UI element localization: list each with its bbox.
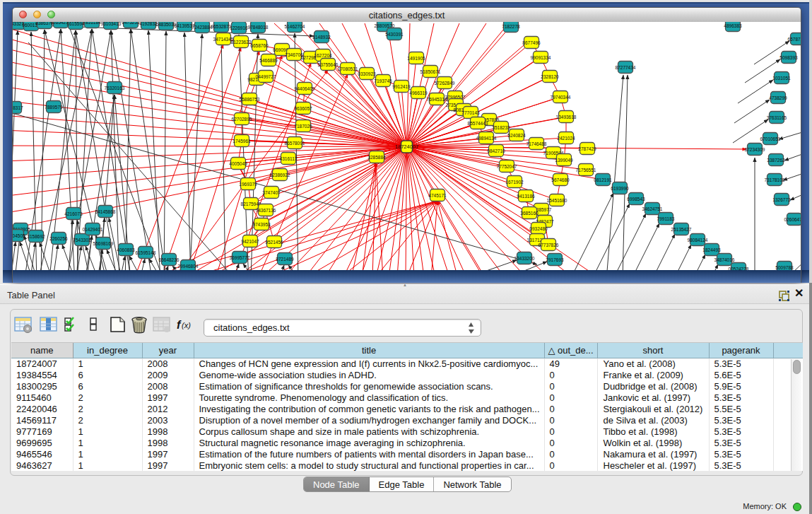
svg-text:87277434: 87277434 <box>616 65 636 70</box>
svg-text:02606474: 02606474 <box>784 217 801 222</box>
svg-text:51850671: 51850671 <box>420 69 441 74</box>
svg-text:55698169: 55698169 <box>93 241 114 246</box>
svg-text:1031051: 1031051 <box>772 76 791 81</box>
svg-text:6658760: 6658760 <box>250 43 269 48</box>
svg-text:6204505: 6204505 <box>13 233 25 238</box>
svg-text:8677496: 8677496 <box>522 40 541 45</box>
svg-text:57262849: 57262849 <box>435 81 455 86</box>
svg-text:13493618: 13493618 <box>556 115 577 119</box>
svg-text:1399049: 1399049 <box>555 158 573 163</box>
svg-text:1745961: 1745961 <box>233 139 251 144</box>
svg-text:f: f <box>177 319 182 331</box>
svg-text:36995777: 36995777 <box>230 255 250 260</box>
svg-text:67737826: 67737826 <box>539 243 559 247</box>
svg-text:72423884: 72423884 <box>192 25 213 30</box>
svg-text:7770143: 7770143 <box>461 110 480 115</box>
svg-text:2421024: 2421024 <box>557 136 575 141</box>
svg-text:1615594: 1615594 <box>66 22 85 26</box>
svg-text:74367136: 74367136 <box>256 208 276 213</box>
svg-text:65787133: 65787133 <box>788 37 801 42</box>
svg-text:53755646: 53755646 <box>318 62 339 67</box>
svg-text:1824493: 1824493 <box>702 247 721 252</box>
svg-text:5240824: 5240824 <box>507 133 526 138</box>
svg-text:7889579: 7889579 <box>45 105 63 110</box>
svg-text:7816184: 7816184 <box>83 22 101 25</box>
svg-text:94406409: 94406409 <box>295 86 315 91</box>
svg-text:25135427: 25135427 <box>671 227 692 232</box>
svg-text:6193990: 6193990 <box>611 186 629 191</box>
svg-text:3685160: 3685160 <box>520 211 539 216</box>
svg-text:3747407: 3747407 <box>262 190 281 195</box>
svg-text:2328120: 2328120 <box>541 74 559 79</box>
svg-text:1226916: 1226916 <box>230 25 248 30</box>
svg-text:18724007: 18724007 <box>395 144 418 150</box>
svg-text:4738299: 4738299 <box>769 95 787 100</box>
svg-text:1671902: 1671902 <box>505 180 524 185</box>
svg-text:1326773: 1326773 <box>772 197 791 202</box>
svg-text:97848018: 97848018 <box>248 25 269 30</box>
svg-text:1491905: 1491905 <box>407 56 425 61</box>
svg-text:7193745: 7193745 <box>374 78 392 83</box>
svg-text:87234309: 87234309 <box>745 147 765 152</box>
svg-text:6998543: 6998543 <box>627 197 645 201</box>
svg-text:96532871: 96532871 <box>211 24 232 29</box>
svg-text:3158692: 3158692 <box>27 234 45 239</box>
svg-text:7991183: 7991183 <box>657 216 675 221</box>
svg-text:9413186: 9413186 <box>517 194 535 199</box>
svg-text:73178108: 73178108 <box>765 177 785 182</box>
svg-text:4745171: 4745171 <box>428 193 447 198</box>
svg-text:85574443: 85574443 <box>468 121 488 126</box>
svg-text:76320163: 76320163 <box>105 86 125 90</box>
svg-text:29946804: 29946804 <box>178 264 199 269</box>
svg-text:9636057: 9636057 <box>294 106 312 111</box>
svg-text:93103413: 93103413 <box>101 22 122 26</box>
svg-text:3387262: 3387262 <box>767 158 785 163</box>
svg-text:98084124: 98084124 <box>688 238 708 243</box>
svg-text:4966319: 4966319 <box>409 90 428 95</box>
svg-text:(x): (x) <box>182 321 191 329</box>
svg-text:0842710: 0842710 <box>487 148 505 153</box>
svg-text:7182278: 7182278 <box>502 24 520 29</box>
svg-text:4060883: 4060883 <box>117 247 135 252</box>
svg-text:4316117: 4316117 <box>280 156 298 161</box>
svg-text:00524278: 00524278 <box>729 267 749 271</box>
svg-text:3518233: 3518233 <box>492 125 510 130</box>
svg-text:1969379: 1969379 <box>239 182 257 187</box>
svg-text:8148932: 8148932 <box>312 35 331 40</box>
svg-text:65648236: 65648236 <box>159 257 180 262</box>
svg-text:2260256: 2260256 <box>49 236 68 241</box>
svg-text:4896383: 4896383 <box>724 23 742 28</box>
svg-text:0812191: 0812191 <box>594 177 612 182</box>
svg-text:64835030: 64835030 <box>156 22 177 27</box>
svg-text:99091334: 99091334 <box>531 55 551 60</box>
svg-text:8721489: 8721489 <box>276 257 294 262</box>
svg-text:5098393: 5098393 <box>779 55 798 60</box>
svg-text:76945314: 76945314 <box>427 97 447 102</box>
svg-text:0932480: 0932480 <box>529 226 548 231</box>
svg-text:4192832: 4192832 <box>139 22 158 26</box>
svg-text:34624751: 34624751 <box>642 206 663 211</box>
svg-text:5674680: 5674680 <box>551 177 570 182</box>
svg-text:7543303: 7543303 <box>73 238 91 243</box>
svg-text:77752047: 77752047 <box>497 164 517 169</box>
svg-text:8708317: 8708317 <box>13 105 23 110</box>
svg-text:13433200: 13433200 <box>514 256 535 261</box>
svg-text:3285884: 3285884 <box>367 155 386 160</box>
svg-text:62386922: 62386922 <box>270 173 290 177</box>
svg-text:62702895: 62702895 <box>232 117 252 122</box>
svg-text:55886753: 55886753 <box>240 97 260 102</box>
svg-text:0330923: 0330923 <box>358 71 376 76</box>
svg-text:04499727: 04499727 <box>256 74 276 79</box>
svg-text:71746488: 71746488 <box>526 141 547 146</box>
svg-text:6475255: 6475255 <box>122 22 140 25</box>
svg-text:5009788: 5009788 <box>775 265 794 270</box>
svg-text:86578091: 86578091 <box>285 141 305 146</box>
svg-text:5430391: 5430391 <box>385 32 404 37</box>
svg-text:37631165: 37631165 <box>767 115 787 120</box>
svg-text:49894134: 49894134 <box>476 136 497 141</box>
svg-text:7917693: 7917693 <box>546 257 564 262</box>
svg-text:4216073: 4216073 <box>64 211 83 216</box>
svg-text:71756551: 71756551 <box>576 168 596 173</box>
svg-text:9421047: 9421047 <box>241 239 259 244</box>
svg-text:1627204: 1627204 <box>314 53 332 58</box>
